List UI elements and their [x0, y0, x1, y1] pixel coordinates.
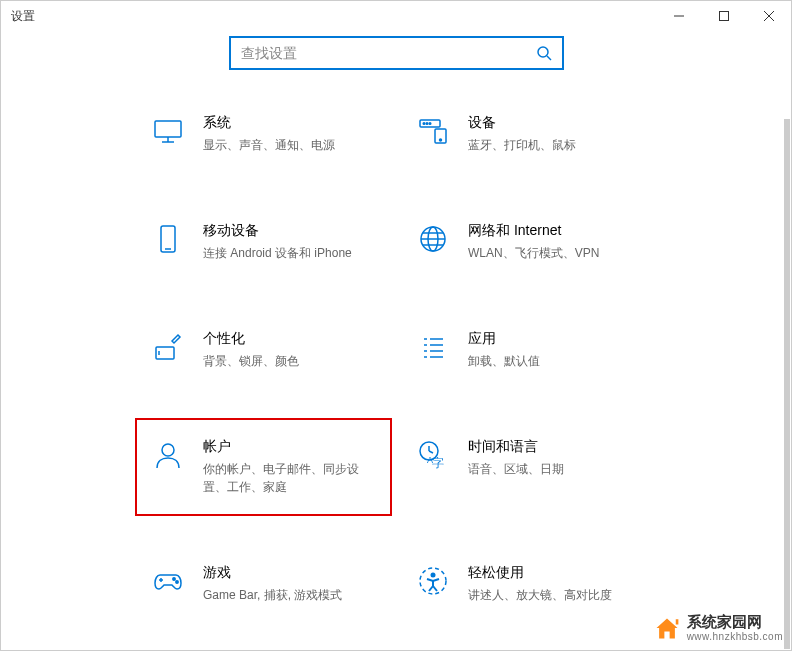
minimize-button[interactable]	[656, 1, 701, 31]
svg-rect-1	[719, 12, 728, 21]
svg-point-14	[429, 123, 431, 125]
system-icon	[151, 114, 185, 148]
settings-item-devices[interactable]: 设备蓝牙、打印机、鼠标	[416, 110, 641, 158]
item-desc: WLAN、飞行模式、VPN	[468, 244, 641, 262]
search-wrap	[21, 36, 771, 70]
item-title: 系统	[203, 114, 376, 132]
settings-item-personalization[interactable]: 个性化背景、锁屏、颜色	[151, 326, 376, 374]
item-title: 移动设备	[203, 222, 376, 240]
svg-rect-44	[675, 619, 678, 624]
search-box[interactable]	[229, 36, 564, 70]
svg-point-4	[538, 47, 548, 57]
item-desc: 卸载、默认值	[468, 352, 641, 370]
svg-point-43	[431, 573, 436, 578]
item-title: 网络和 Internet	[468, 222, 641, 240]
time-language-icon: 字A	[416, 438, 450, 472]
svg-point-11	[440, 139, 442, 141]
settings-item-accounts[interactable]: 帐户你的帐户、电子邮件、同步设置、工作、家庭	[151, 434, 376, 500]
svg-line-35	[429, 451, 433, 453]
personalization-icon	[151, 330, 185, 364]
item-title: 时间和语言	[468, 438, 641, 456]
svg-point-38	[173, 578, 175, 580]
scrollbar[interactable]	[784, 119, 790, 649]
svg-point-32	[162, 444, 174, 456]
phone-icon	[151, 222, 185, 256]
item-text: 设备蓝牙、打印机、鼠标	[468, 114, 641, 154]
item-desc: 你的帐户、电子邮件、同步设置、工作、家庭	[203, 460, 376, 496]
item-title: 应用	[468, 330, 641, 348]
settings-item-network[interactable]: 网络和 InternetWLAN、飞行模式、VPN	[416, 218, 641, 266]
window-title: 设置	[11, 8, 656, 25]
maximize-button[interactable]	[701, 1, 746, 31]
close-button[interactable]	[746, 1, 791, 31]
item-desc: 背景、锁屏、颜色	[203, 352, 376, 370]
search-icon	[536, 45, 552, 61]
svg-point-13	[426, 123, 428, 125]
item-title: 设备	[468, 114, 641, 132]
gaming-icon	[151, 564, 185, 598]
settings-item-ease-of-access[interactable]: 轻松使用讲述人、放大镜、高对比度	[416, 560, 641, 608]
item-text: 移动设备连接 Android 设备和 iPhone	[203, 222, 376, 262]
settings-item-system[interactable]: 系统显示、声音、通知、电源	[151, 110, 376, 158]
svg-rect-6	[155, 121, 181, 137]
titlebar: 设置	[1, 1, 791, 31]
content-area: 系统显示、声音、通知、电源设备蓝牙、打印机、鼠标移动设备连接 Android 设…	[1, 36, 791, 608]
svg-rect-15	[161, 226, 175, 252]
search-input[interactable]	[241, 45, 536, 61]
item-title: 游戏	[203, 564, 376, 582]
window-controls	[656, 1, 791, 31]
settings-item-time-language[interactable]: 字A时间和语言语音、区域、日期	[416, 434, 641, 500]
item-title: 个性化	[203, 330, 376, 348]
watermark-cn: 系统家园网	[687, 614, 783, 631]
item-title: 帐户	[203, 438, 376, 456]
svg-point-12	[423, 123, 425, 125]
watermark-text: 系统家园网 www.hnzkhbsb.com	[687, 614, 783, 642]
watermark-url: www.hnzkhbsb.com	[687, 631, 783, 642]
item-desc: 语音、区域、日期	[468, 460, 641, 478]
settings-item-phone[interactable]: 移动设备连接 Android 设备和 iPhone	[151, 218, 376, 266]
svg-text:字: 字	[432, 456, 444, 470]
ease-of-access-icon	[416, 564, 450, 598]
settings-window: 设置 系统显示、声音、通知、电源设备蓝牙、打印机、鼠标移动设备连接 Androi…	[0, 0, 792, 651]
item-text: 轻松使用讲述人、放大镜、高对比度	[468, 564, 641, 604]
item-title: 轻松使用	[468, 564, 641, 582]
item-desc: 讲述人、放大镜、高对比度	[468, 586, 641, 604]
item-desc: 连接 Android 设备和 iPhone	[203, 244, 376, 262]
watermark: 系统家园网 www.hnzkhbsb.com	[653, 614, 783, 642]
svg-point-39	[176, 581, 178, 583]
item-text: 时间和语言语音、区域、日期	[468, 438, 641, 478]
item-desc: 显示、声音、通知、电源	[203, 136, 376, 154]
item-text: 网络和 InternetWLAN、飞行模式、VPN	[468, 222, 641, 262]
apps-icon	[416, 330, 450, 364]
accounts-icon	[151, 438, 185, 472]
item-desc: Game Bar, 捕获, 游戏模式	[203, 586, 376, 604]
settings-grid: 系统显示、声音、通知、电源设备蓝牙、打印机、鼠标移动设备连接 Android 设…	[21, 110, 771, 608]
item-text: 帐户你的帐户、电子邮件、同步设置、工作、家庭	[203, 438, 376, 496]
item-desc: 蓝牙、打印机、鼠标	[468, 136, 641, 154]
item-text: 个性化背景、锁屏、颜色	[203, 330, 376, 370]
house-icon	[653, 614, 681, 642]
settings-item-gaming[interactable]: 游戏Game Bar, 捕获, 游戏模式	[151, 560, 376, 608]
svg-line-5	[547, 56, 551, 60]
svg-text:A: A	[427, 455, 433, 465]
network-icon	[416, 222, 450, 256]
settings-item-apps[interactable]: 应用卸载、默认值	[416, 326, 641, 374]
item-text: 系统显示、声音、通知、电源	[203, 114, 376, 154]
item-text: 游戏Game Bar, 捕获, 游戏模式	[203, 564, 376, 604]
devices-icon	[416, 114, 450, 148]
item-text: 应用卸载、默认值	[468, 330, 641, 370]
